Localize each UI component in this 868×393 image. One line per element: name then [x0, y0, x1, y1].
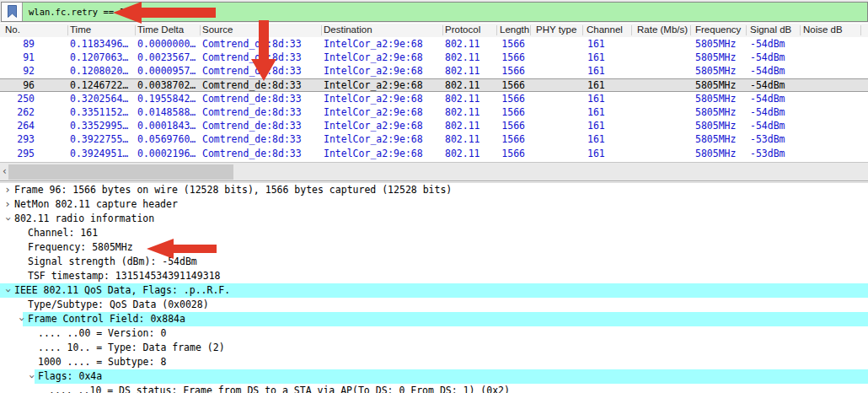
detail-line-text: Type/Subtype: QoS Data (0x0028): [28, 298, 209, 312]
packet-row-264[interactable]: 2640.3352995…0.0001843…Comtrend_de:8d:33…: [0, 119, 868, 132]
detail-line[interactable]: ›NetMon 802.11 capture header: [0, 197, 868, 212]
detail-line-text: 1000 .... = Subtype: 8: [38, 355, 166, 369]
cell-src: Comtrend_de:8d:33: [202, 105, 320, 119]
column-header-len[interactable]: Length: [500, 24, 529, 35]
collapse-icon[interactable]: ›: [14, 315, 29, 324]
column-header-phy[interactable]: PHY type: [536, 24, 576, 35]
column-header-signal[interactable]: Signal dB: [750, 24, 791, 35]
cell-len: 1566: [472, 119, 525, 132]
column-separator[interactable]: [582, 25, 583, 35]
column-header-no[interactable]: No.: [5, 24, 20, 35]
column-separator[interactable]: [67, 25, 68, 35]
filter-bookmark-button[interactable]: [2, 3, 23, 21]
detail-line[interactable]: Frequency: 5805MHz: [0, 240, 868, 255]
column-separator[interactable]: [200, 25, 201, 35]
packet-row-295[interactable]: 2950.3924951…0.0002196…Comtrend_de:8d:33…: [0, 147, 868, 160]
cell-phy: [536, 51, 580, 64]
detail-line[interactable]: 1000 .... = Subtype: 8: [0, 355, 868, 369]
column-header-dst[interactable]: Destination: [324, 24, 372, 35]
cell-noise: [803, 147, 854, 160]
detail-line[interactable]: ›Frame Control Field: 0x884a: [0, 312, 868, 326]
cell-freq: 5805MHz: [695, 119, 744, 132]
wireshark-window: wlan.fc.retry == 1 No.TimeTime DeltaSour…: [0, 0, 868, 393]
cell-dst: IntelCor_a2:9e:68: [324, 51, 442, 64]
column-header-freq[interactable]: Frequency: [695, 24, 741, 35]
cell-noise: [803, 64, 854, 78]
detail-line-text: Channel: 161: [28, 226, 98, 240]
packet-row-89[interactable]: 890.1183496…0.0000000…Comtrend_de:8d:33I…: [0, 37, 868, 51]
collapse-icon[interactable]: ›: [1, 287, 15, 295]
packet-row-293[interactable]: 2930.3922755…0.0569760…Comtrend_de:8d:33…: [0, 132, 868, 146]
column-separator[interactable]: [860, 25, 861, 35]
detail-line[interactable]: .... 10.. = Type: Data frame (2): [0, 341, 868, 355]
detail-line-text: 802.11 radio information: [14, 212, 154, 226]
cell-dst: IntelCor_a2:9e:68: [324, 64, 442, 78]
detail-line[interactable]: Signal strength (dBm): -54dBm: [0, 255, 868, 269]
column-header-delta[interactable]: Time Delta: [137, 24, 184, 35]
detail-line[interactable]: .... ..00 = Version: 0: [0, 326, 868, 341]
expand-icon[interactable]: ›: [3, 197, 12, 212]
column-header-noise[interactable]: Noise dB: [803, 24, 843, 35]
cell-signal: -54dBm: [750, 78, 799, 92]
detail-line[interactable]: ›Frame 96: 1566 bytes on wire (12528 bit…: [0, 183, 868, 197]
column-separator[interactable]: [800, 25, 801, 35]
cell-delta: 0.0038702…: [137, 78, 200, 92]
cell-no: 89: [0, 37, 35, 51]
column-separator[interactable]: [442, 25, 443, 35]
packet-row-91[interactable]: 910.1207063…0.0023567…Comtrend_de:8d:33I…: [0, 51, 868, 64]
cell-channel: 161: [587, 78, 621, 92]
horizontal-scrollbar[interactable]: ‹: [0, 162, 868, 180]
detail-line[interactable]: TSF timestamp: 131514534391149318: [0, 269, 868, 283]
packet-row-96[interactable]: 960.1246722…0.0038702…Comtrend_de:8d:33I…: [0, 78, 868, 92]
detail-line-text: Frame 96: 1566 bytes on wire (12528 bits…: [14, 183, 452, 197]
cell-no: 293: [0, 132, 35, 146]
collapse-icon[interactable]: ›: [24, 373, 39, 381]
filter-toolbar: wlan.fc.retry == 1: [0, 0, 868, 23]
column-separator[interactable]: [135, 25, 136, 35]
cell-freq: 5805MHz: [695, 105, 744, 119]
column-header-src[interactable]: Source: [202, 24, 233, 35]
packet-row-92[interactable]: 920.1208020…0.0000957…Comtrend_de:8d:33I…: [0, 64, 868, 78]
cell-no: 96: [0, 78, 35, 92]
display-filter-text: wlan.fc.retry == 1: [29, 3, 125, 21]
packet-list-header: No.TimeTime DeltaSourceDestinationProtoc…: [0, 24, 868, 38]
cell-freq: 5805MHz: [695, 37, 744, 51]
detail-line[interactable]: ›Flags: 0x4a: [0, 369, 868, 384]
detail-line[interactable]: Type/Subtype: QoS Data (0x0028): [0, 298, 868, 312]
column-separator[interactable]: [631, 25, 632, 35]
field-highlight: [35, 369, 868, 384]
cell-signal: -54dBm: [750, 37, 799, 51]
column-header-rate[interactable]: Rate (Mb/s): [637, 24, 688, 35]
packet-row-250[interactable]: 2500.3202564…0.1955842…Comtrend_de:8d:33…: [0, 92, 868, 105]
detail-line[interactable]: ›802.11 radio information: [0, 212, 868, 226]
column-separator[interactable]: [690, 25, 691, 35]
cell-rate: [637, 147, 688, 160]
cell-no: 295: [0, 147, 35, 160]
cell-delta: 0.0000957…: [137, 64, 200, 78]
cell-phy: [536, 78, 580, 92]
cell-noise: [803, 51, 854, 64]
collapse-icon[interactable]: ›: [1, 215, 15, 223]
column-separator[interactable]: [530, 25, 531, 35]
detail-line[interactable]: Channel: 161: [0, 226, 868, 240]
packet-row-262[interactable]: 2620.3351152…0.0148588…Comtrend_de:8d:33…: [0, 105, 868, 119]
detail-line[interactable]: ›IEEE 802.11 QoS Data, Flags: .p..R.F.: [0, 283, 868, 298]
cell-delta: 0.0002196…: [137, 147, 200, 160]
cell-time: 0.1207063…: [70, 51, 134, 64]
column-separator[interactable]: [746, 25, 747, 35]
column-header-channel[interactable]: Channel: [587, 24, 623, 35]
detail-line-text: NetMon 802.11 capture header: [14, 197, 178, 212]
cell-rate: [637, 132, 688, 146]
cell-no: 250: [0, 92, 35, 105]
column-header-proto[interactable]: Protocol: [445, 24, 480, 35]
scrollbar-thumb[interactable]: [8, 164, 233, 180]
column-separator[interactable]: [321, 25, 322, 35]
cell-time: 0.1246722…: [70, 78, 134, 92]
column-header-time[interactable]: Time: [70, 24, 91, 35]
expand-icon[interactable]: ›: [3, 183, 12, 197]
cell-dst: IntelCor_a2:9e:68: [324, 37, 442, 51]
cell-channel: 161: [587, 105, 621, 119]
display-filter-input[interactable]: wlan.fc.retry == 1: [1, 2, 868, 22]
column-separator[interactable]: [496, 25, 497, 35]
detail-line[interactable]: .... ..10 = DS status: Frame from DS to …: [0, 384, 868, 393]
